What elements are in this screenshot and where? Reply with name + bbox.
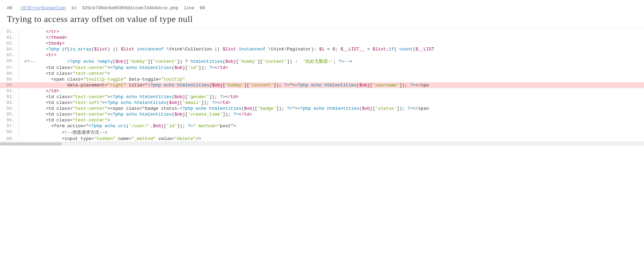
line-content: <tr> — [19, 52, 644, 58]
code-row: 92. <td class="text-center"><?php echo h… — [0, 94, 644, 100]
line-content: data-placement="right" title="<?php echo… — [19, 82, 644, 88]
code-row: 98. <!--伪造请求方式--> — [0, 129, 644, 136]
code-row: 81. </tr> — [0, 29, 644, 35]
line-number: 96. — [0, 117, 19, 123]
line-content: <td class="text-center"><?php echo htmle… — [19, 111, 644, 117]
scrollbar-thumb[interactable] — [0, 143, 62, 145]
error-line: 90 — [200, 5, 205, 11]
line-number: 86. — [0, 58, 19, 65]
line-content: </thead> — [19, 35, 644, 40]
line-number: 84. — [0, 46, 19, 52]
line-content: <td class="text-center"><?php echo htmle… — [19, 65, 644, 71]
code-row: 82. </thead> — [0, 35, 644, 40]
line-number: 90. — [0, 82, 19, 88]
line-number: 85. — [0, 52, 19, 58]
line-number: 81. — [0, 29, 19, 35]
line-content: <td class="text-center"> — [19, 71, 644, 76]
code-row: 86.<!-- <?php echo !empty($obj['hobby'][… — [0, 58, 644, 65]
code-row: 87. <td class="text-center"><?php echo h… — [0, 65, 644, 71]
line-number: 98. — [0, 129, 19, 136]
line-number: 87. — [0, 65, 19, 71]
code-row: 97. <form action="<?php echo url('/user/… — [0, 123, 644, 129]
line-number: 88. — [0, 71, 19, 76]
line-content: <!-- <?php echo !empty($obj['hobby']['co… — [19, 58, 644, 65]
line-content: <?php if(is_array($list) || $list instan… — [19, 46, 644, 52]
error-header: #0 [8]ErrorException in 325cb740dcbe8585… — [0, 0, 644, 29]
code-row: 84. <?php if(is_array($list) || $list in… — [0, 46, 644, 52]
code-row: 90. data-placement="right" title="<?php … — [0, 82, 644, 88]
line-number: 93. — [0, 100, 19, 106]
line-content: <span class="tooltip-toggle" data-toggle… — [19, 76, 644, 82]
line-content: <td class="text-center"> — [19, 117, 644, 123]
code-row: 93. <td class="text-left"><?php echo htm… — [0, 100, 644, 106]
code-row: 91. </td> — [0, 88, 644, 94]
line-number: 97. — [0, 123, 19, 129]
line-content: <input type="hidden" name="_method" valu… — [19, 136, 644, 142]
error-location: #0 [8]ErrorException in 325cb740dcbe8585… — [7, 5, 637, 11]
code-row: 89. <span class="tooltip-toggle" data-to… — [0, 76, 644, 82]
frame-number: #0 — [7, 5, 12, 11]
code-row: 95. <td class="text-center"><?php echo h… — [0, 111, 644, 117]
code-row: 99. <input type="hidden" name="_method" … — [0, 136, 644, 142]
line-content: </td> — [19, 88, 644, 94]
line-content: <form action="<?php echo url('/user/'.$o… — [19, 123, 644, 129]
line-number: 92. — [0, 94, 19, 100]
line-number: 99. — [0, 136, 19, 142]
line-content: <!--伪造请求方式--> — [19, 129, 644, 136]
code-row: 85. <tr> — [0, 52, 644, 58]
error-message: Trying to access array offset on value o… — [7, 14, 637, 24]
code-row: 94. <td class="text-center"><span class=… — [0, 106, 644, 111]
line-content: <td class="text-left"><?php echo htmlent… — [19, 100, 644, 106]
line-content: <td class="text-center"><?php echo htmle… — [19, 94, 644, 100]
code-row: 96. <td class="text-center"> — [0, 117, 644, 123]
line-content: <td class="text-center"><span class="bad… — [19, 106, 644, 111]
horizontal-scrollbar[interactable] — [0, 142, 644, 146]
exception-type-link[interactable]: [8]ErrorException — [20, 5, 66, 11]
line-content: <tbody> — [19, 40, 644, 46]
code-row: 83. <tbody> — [0, 40, 644, 46]
line-number: 82. — [0, 35, 19, 40]
line-number: 91. — [0, 88, 19, 94]
line-number: 94. — [0, 106, 19, 111]
line-number: 95. — [0, 111, 19, 117]
line-number: 89. — [0, 76, 19, 82]
line-content: </tr> — [19, 29, 644, 35]
code-block: 81. </tr>82. </thead>83. <tbody>84. <?ph… — [0, 29, 644, 146]
line-number: 83. — [0, 40, 19, 46]
code-row: 88. <td class="text-center"> — [0, 71, 644, 76]
error-file: 325cb740dcbe85859d1cceb7d4b4dcce.php — [82, 5, 178, 11]
